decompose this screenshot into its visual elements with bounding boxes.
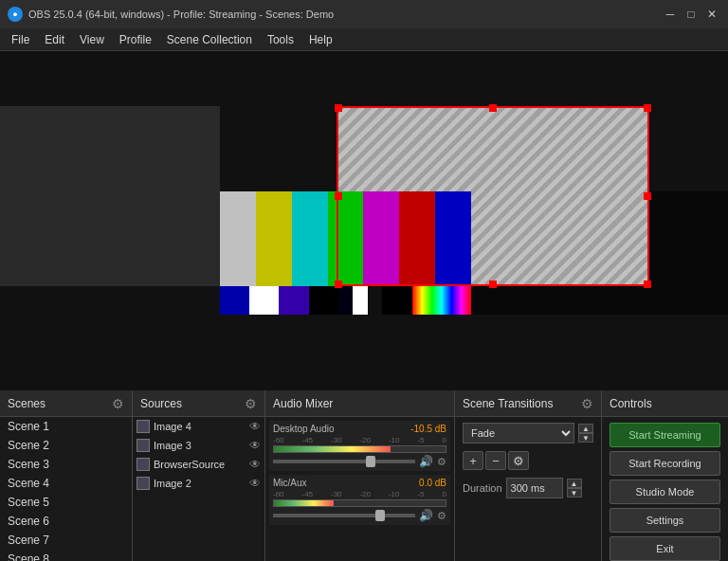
scene-item-8[interactable]: Scene 8: [0, 550, 132, 561]
minimize-button[interactable]: ─: [662, 6, 679, 23]
handle-bottom-center[interactable]: [489, 280, 497, 288]
settings-button[interactable]: Settings: [610, 508, 720, 533]
menu-item-tools[interactable]: Tools: [260, 29, 301, 50]
handle-bottom-right[interactable]: [644, 280, 651, 288]
sources-config-icon[interactable]: ⚙: [245, 396, 257, 411]
duration-up-arrow[interactable]: ▲: [567, 479, 582, 488]
panels-container: Scenes ⚙ Scene 1Scene 2Scene 3Scene 4Sce…: [0, 390, 728, 561]
scene-transitions-panel: Scene Transitions ⚙ Fade ▲ ▼ + − ⚙: [455, 390, 602, 561]
transitions-down-arrow[interactable]: ▼: [578, 433, 593, 443]
menubar: FileEditViewProfileScene CollectionTools…: [0, 28, 728, 51]
menu-item-edit[interactable]: Edit: [37, 29, 72, 50]
studio-mode-button[interactable]: Studio Mode: [610, 480, 720, 504]
audio-mixer-content: Desktop Audio -10.5 dB -60-45-30-20-10-5…: [265, 417, 454, 561]
controls-title: Controls: [610, 397, 652, 410]
titlebar: ● OBS 25.0.4 (64-bit, windows) - Profile…: [0, 0, 728, 28]
handle-top-left[interactable]: [335, 104, 342, 112]
controls-header: Controls: [602, 390, 728, 417]
menu-item-help[interactable]: Help: [301, 29, 340, 50]
transitions-up-arrow[interactable]: ▲: [578, 424, 593, 433]
menu-item-profile[interactable]: Profile: [112, 29, 159, 50]
meter-labels-mic: -60-45-30-20-10-50: [273, 490, 446, 498]
sources-panel: Sources ⚙ Image 4👁Image 3👁BrowserSource👁…: [133, 390, 265, 561]
desktop-audio-volume-icon[interactable]: 🔊: [419, 455, 433, 468]
transitions-add-button[interactable]: +: [463, 451, 483, 470]
meter-labels-desktop: -60-45-30-20-10-50: [273, 436, 446, 444]
mic-audio-fader[interactable]: [273, 514, 415, 517]
preview-area: [0, 51, 728, 390]
start-streaming-button[interactable]: Start Streaming: [610, 423, 720, 447]
audio-mixer-title: Audio Mixer: [273, 397, 333, 410]
maximize-button[interactable]: □: [682, 6, 700, 23]
desktop-audio-settings-icon[interactable]: ⚙: [437, 456, 446, 468]
controls-panel: Controls Start Streaming Start Recording…: [602, 390, 728, 561]
exit-button[interactable]: Exit: [610, 536, 720, 561]
scenes-panel: Scenes ⚙ Scene 1Scene 2Scene 3Scene 4Sce…: [0, 390, 133, 561]
app-icon: ●: [8, 7, 23, 22]
titlebar-controls: ─ □ ✕: [662, 6, 720, 23]
scene-item-6[interactable]: Scene 6: [0, 512, 132, 531]
scenes-title: Scenes: [8, 397, 46, 410]
transitions-title: Scene Transitions: [463, 397, 553, 410]
menu-item-file[interactable]: File: [4, 29, 37, 50]
start-recording-button[interactable]: Start Recording: [610, 451, 720, 476]
transitions-arrow-buttons: ▲ ▼: [578, 424, 593, 443]
source-visibility-2[interactable]: 👁: [249, 458, 261, 471]
handle-top-right[interactable]: [644, 104, 651, 112]
source-visibility-1[interactable]: 👁: [249, 439, 261, 452]
duration-input[interactable]: [506, 478, 563, 498]
selection-box[interactable]: [337, 106, 649, 286]
handle-bottom-left[interactable]: [335, 280, 342, 288]
source-name-0: Image 4: [154, 421, 191, 432]
scene-item-3[interactable]: Scene 3: [0, 455, 132, 474]
transitions-toolbar: + − ⚙: [463, 451, 593, 470]
source-item-3[interactable]: Image 2👁: [133, 474, 264, 493]
duration-label: Duration: [463, 482, 502, 494]
transitions-remove-button[interactable]: −: [485, 451, 506, 470]
mic-audio-meter: [273, 499, 446, 507]
source-name-3: Image 2: [154, 478, 191, 489]
menu-item-scene-collection[interactable]: Scene Collection: [159, 29, 260, 50]
mic-audio-controls: 🔊 ⚙: [273, 509, 446, 522]
scene-item-5[interactable]: Scene 5: [0, 493, 132, 512]
source-item-2[interactable]: BrowserSource👁: [133, 455, 264, 474]
desktop-audio-meter: [273, 445, 446, 453]
duration-down-arrow[interactable]: ▼: [567, 488, 582, 498]
scenes-config-icon[interactable]: ⚙: [112, 396, 124, 411]
handle-top-center[interactable]: [489, 104, 497, 112]
scene-item-2[interactable]: Scene 2: [0, 436, 132, 455]
transitions-content: Fade ▲ ▼ + − ⚙ Duration ▲: [455, 417, 601, 561]
desktop-audio-fader-handle[interactable]: [366, 456, 375, 467]
mic-audio-fader-handle[interactable]: [375, 510, 385, 521]
transitions-header: Scene Transitions ⚙: [455, 390, 601, 417]
transitions-settings-button[interactable]: ⚙: [508, 451, 529, 470]
controls-content: Start Streaming Start Recording Studio M…: [602, 417, 728, 561]
transitions-config-icon[interactable]: ⚙: [581, 396, 593, 411]
source-icon-1: [136, 439, 150, 452]
source-visibility-0[interactable]: 👁: [249, 420, 261, 433]
source-item-0[interactable]: Image 4👁: [133, 417, 264, 436]
menu-item-view[interactable]: View: [72, 29, 112, 50]
audio-mixer-panel: Audio Mixer Desktop Audio -10.5 dB -60-4…: [265, 390, 455, 561]
desktop-audio-label: Desktop Audio: [273, 424, 335, 434]
handle-middle-left[interactable]: [335, 192, 342, 200]
transitions-type-select[interactable]: Fade: [463, 423, 574, 443]
scene-item-1[interactable]: Scene 1: [0, 417, 132, 436]
audio-track-desktop: Desktop Audio -10.5 dB -60-45-30-20-10-5…: [269, 421, 450, 471]
scene-item-4[interactable]: Scene 4: [0, 474, 132, 493]
desktop-audio-fader[interactable]: [273, 460, 415, 463]
source-item-1[interactable]: Image 3👁: [133, 436, 264, 455]
close-button[interactable]: ✕: [703, 6, 720, 23]
scene-item-7[interactable]: Scene 7: [0, 531, 132, 550]
titlebar-title: OBS 25.0.4 (64-bit, windows) - Profile: …: [28, 9, 334, 20]
mic-audio-label: Mic/Aux: [273, 478, 307, 488]
mic-audio-meter-fill: [274, 500, 334, 506]
source-visibility-3[interactable]: 👁: [249, 477, 261, 490]
mic-audio-settings-icon[interactable]: ⚙: [437, 510, 446, 522]
handle-middle-right[interactable]: [644, 192, 651, 200]
audio-track-mic: Mic/Aux 0.0 dB -60-45-30-20-10-50 🔊: [269, 475, 450, 525]
scenes-header: Scenes ⚙: [0, 390, 132, 417]
transitions-select-row: Fade ▲ ▼: [463, 423, 593, 443]
duration-arrow-buttons: ▲ ▼: [567, 479, 582, 498]
mic-audio-volume-icon[interactable]: 🔊: [419, 509, 433, 522]
